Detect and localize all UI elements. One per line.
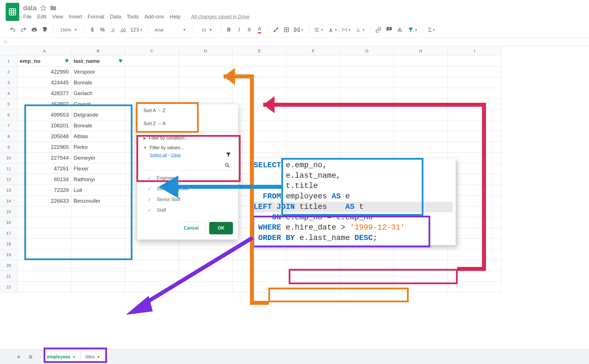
filter-value-option[interactable]: ✓Staff <box>137 205 238 216</box>
cell[interactable] <box>448 163 502 174</box>
cell[interactable] <box>233 271 286 282</box>
cell[interactable] <box>233 67 286 77</box>
document-title[interactable]: data <box>23 4 37 12</box>
cell[interactable] <box>71 271 125 282</box>
cell[interactable] <box>71 206 125 217</box>
row-header[interactable]: 14 <box>0 196 18 206</box>
cell[interactable] <box>71 217 125 228</box>
filter-value-option[interactable]: ✓Engineer <box>137 173 238 183</box>
cell[interactable] <box>394 260 448 271</box>
cell[interactable] <box>448 88 502 99</box>
menu-file[interactable]: File <box>23 14 32 20</box>
cell[interactable] <box>286 260 340 271</box>
cell[interactable] <box>286 110 340 120</box>
row-header[interactable]: 18 <box>0 239 18 249</box>
cell[interactable]: 422990 <box>18 67 71 77</box>
cell[interactable] <box>448 260 502 271</box>
cell[interactable]: 47291 <box>18 163 71 174</box>
cell[interactable] <box>448 185 502 196</box>
cell[interactable] <box>233 260 286 271</box>
zoom-select[interactable]: 150%▼ <box>57 25 80 35</box>
cell[interactable] <box>286 120 340 131</box>
print-button[interactable] <box>30 25 38 35</box>
cell[interactable] <box>125 271 179 282</box>
row-header[interactable]: 4 <box>0 88 18 99</box>
more-formats-button[interactable]: 123▼ <box>129 25 144 35</box>
sheet-tab-employees[interactable]: employees▼ <box>43 351 80 363</box>
cell[interactable] <box>71 282 125 292</box>
column-header[interactable]: F <box>286 46 340 56</box>
filter-search-input[interactable] <box>143 160 232 170</box>
sort-az[interactable]: Sort A → Z <box>137 104 238 117</box>
cell[interactable] <box>286 142 340 153</box>
menu-data[interactable]: Data <box>110 14 121 20</box>
cell[interactable] <box>286 77 340 88</box>
cell[interactable] <box>18 228 71 239</box>
cell[interactable] <box>448 110 502 120</box>
cell[interactable] <box>394 131 448 142</box>
cell[interactable] <box>286 131 340 142</box>
cell[interactable] <box>125 282 179 292</box>
cell[interactable]: Verspoor <box>71 67 125 77</box>
cell[interactable] <box>233 110 286 120</box>
horizontal-align-button[interactable]: ▼ <box>313 25 325 35</box>
row-header[interactable]: 6 <box>0 110 18 120</box>
cell[interactable] <box>18 206 71 217</box>
row-header[interactable]: 8 <box>0 131 18 142</box>
menu-edit[interactable]: Edit <box>37 14 46 20</box>
row-header[interactable]: 1 <box>0 56 18 67</box>
cell[interactable]: Flexer <box>71 163 125 174</box>
menu-view[interactable]: View <box>52 14 63 20</box>
cell[interactable]: 108201 <box>18 120 71 131</box>
cell[interactable]: last_name <box>71 56 125 67</box>
save-status[interactable]: All changes saved in Drive <box>191 14 250 20</box>
cell[interactable] <box>340 142 394 153</box>
redo-button[interactable] <box>19 25 28 35</box>
row-header[interactable]: 22 <box>0 282 18 292</box>
add-sheet-button[interactable]: + <box>14 352 24 362</box>
cell[interactable] <box>18 249 71 260</box>
ok-button[interactable]: OK <box>209 222 233 234</box>
cell[interactable] <box>233 120 286 131</box>
row-header[interactable]: 2 <box>0 67 18 77</box>
decrease-decimal-button[interactable]: .0 <box>109 25 117 35</box>
select-all-corner[interactable] <box>0 46 18 56</box>
font-size-select[interactable]: 10▼ <box>197 25 217 35</box>
filter-icon[interactable] <box>65 59 69 63</box>
cell[interactable] <box>18 271 71 282</box>
cancel-button[interactable]: Cancel <box>178 222 205 234</box>
column-header[interactable]: A <box>18 46 71 56</box>
cell[interactable]: Perko <box>71 142 125 153</box>
cell[interactable] <box>448 67 502 77</box>
cell[interactable] <box>394 110 448 120</box>
cell[interactable] <box>179 88 233 99</box>
filter-value-option[interactable]: ✓Senior Engineer <box>137 183 238 194</box>
cell[interactable] <box>233 56 286 67</box>
row-header[interactable]: 19 <box>0 249 18 260</box>
menu-addons[interactable]: Add-ons <box>145 14 164 20</box>
cell[interactable] <box>394 67 448 77</box>
cell[interactable] <box>233 142 286 153</box>
bold-button[interactable]: B <box>225 25 233 35</box>
cell[interactable] <box>394 142 448 153</box>
all-sheets-button[interactable]: ≡ <box>25 352 36 362</box>
row-header[interactable]: 9 <box>0 142 18 153</box>
cell[interactable] <box>340 56 394 67</box>
cell[interactable] <box>448 282 502 292</box>
cell[interactable] <box>340 260 394 271</box>
menu-help[interactable]: Help <box>170 14 181 20</box>
cell[interactable]: Demeyer <box>71 153 125 163</box>
cell[interactable] <box>286 99 340 110</box>
cell[interactable] <box>448 142 502 153</box>
row-header[interactable]: 3 <box>0 77 18 88</box>
cell[interactable]: Benzmuller <box>71 196 125 206</box>
cell[interactable] <box>394 88 448 99</box>
cell[interactable] <box>394 120 448 131</box>
cell[interactable] <box>448 120 502 131</box>
cell[interactable] <box>125 239 179 249</box>
cell[interactable] <box>286 56 340 67</box>
cell[interactable]: Boreale <box>71 77 125 88</box>
row-header[interactable]: 10 <box>0 153 18 163</box>
cell[interactable] <box>179 56 233 67</box>
cell[interactable] <box>394 271 448 282</box>
